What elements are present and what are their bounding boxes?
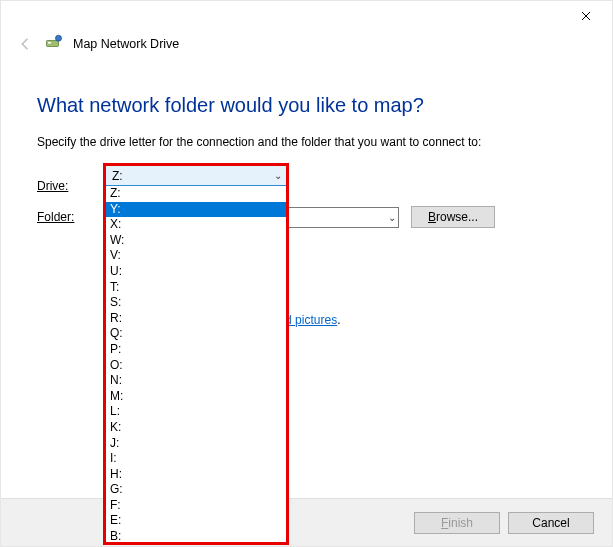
drive-option[interactable]: Z: [106,186,286,202]
drive-option[interactable]: V: [106,248,286,264]
folder-label: Folder: [37,210,107,224]
drive-option[interactable]: B: [106,529,286,542]
finish-button: Finish [414,512,500,534]
drive-dropdown-expanded[interactable]: Z: ⌄ Z:Y:X:W:V:U:T:S:R:Q:P:O:N:M:L:K:J:I… [103,163,289,545]
drive-option[interactable]: F: [106,498,286,514]
chevron-down-icon: ⌄ [388,212,396,223]
drive-option[interactable]: J: [106,436,286,452]
period: . [337,313,340,327]
svg-rect-1 [48,42,51,44]
drive-option[interactable]: T: [106,280,286,296]
drive-option[interactable]: P: [106,342,286,358]
drive-label: Drive: [37,179,107,193]
drive-option[interactable]: R: [106,311,286,327]
drive-option[interactable]: G: [106,482,286,498]
drive-option[interactable]: Y: [106,202,286,218]
drive-option[interactable]: Q: [106,326,286,342]
drive-combobox-open[interactable]: Z: ⌄ [105,165,287,186]
cancel-button[interactable]: Cancel [508,512,594,534]
drive-option[interactable]: M: [106,389,286,405]
close-button[interactable] [564,2,608,30]
drive-option[interactable]: I: [106,451,286,467]
page-heading: What network folder would you like to ma… [37,94,576,117]
page-subtext: Specify the drive letter for the connect… [37,135,576,149]
drive-option[interactable]: E: [106,513,286,529]
close-icon [581,11,591,21]
svg-point-2 [56,35,62,41]
drive-option[interactable]: O: [106,358,286,374]
drive-option[interactable]: H: [106,467,286,483]
network-drive-icon [45,33,63,54]
drive-option[interactable]: K: [106,420,286,436]
drive-option[interactable]: S: [106,295,286,311]
browse-button[interactable]: Browse... [411,206,495,228]
back-arrow-icon [17,35,35,53]
drive-option[interactable]: L: [106,404,286,420]
drive-option[interactable]: X: [106,217,286,233]
drive-option[interactable]: N: [106,373,286,389]
drive-option[interactable]: U: [106,264,286,280]
chevron-down-icon: ⌄ [274,170,282,181]
window-title: Map Network Drive [73,37,179,51]
drive-option[interactable]: W: [106,233,286,249]
